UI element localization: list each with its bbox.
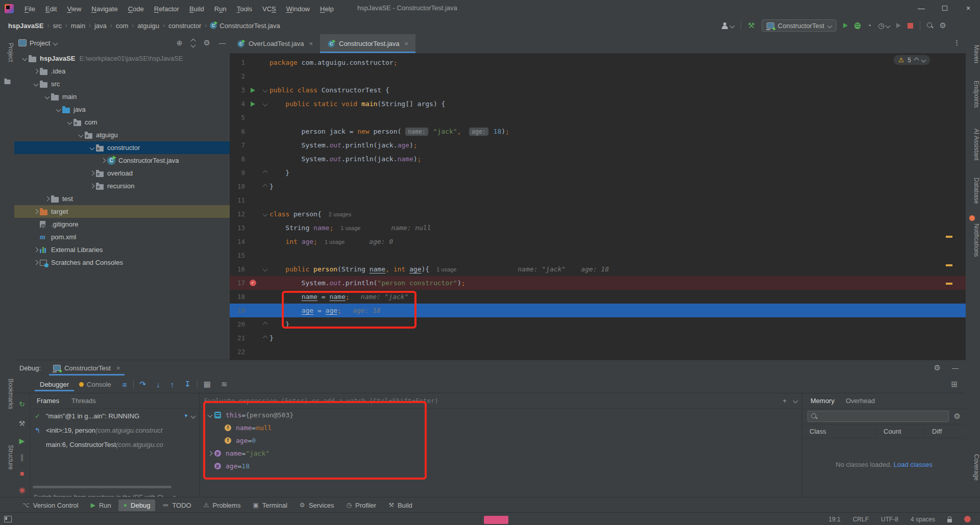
layout-settings-icon[interactable]: ⊞ — [947, 380, 962, 389]
chevron-down-icon[interactable] — [32, 82, 40, 86]
collapse-all-icon[interactable] — [191, 39, 195, 47]
code-line[interactable]: 7 System.out.println(jack.age); — [230, 138, 966, 152]
menu-build[interactable]: Build — [185, 4, 209, 14]
hide-panel-icon[interactable]: — — [219, 39, 226, 47]
chevron-down-icon[interactable] — [191, 413, 196, 418]
minimize-button[interactable]: — — [910, 0, 933, 17]
tree-item[interactable]: .idea — [14, 65, 230, 78]
add-watch-icon[interactable]: + — [782, 397, 787, 405]
resume-program-icon[interactable]: ▶ — [14, 437, 30, 445]
fold-marker-icon[interactable] — [260, 322, 270, 326]
rerun-disabled-button[interactable] — [896, 23, 901, 28]
stop-process-icon[interactable]: ■ — [14, 469, 30, 478]
close-button[interactable]: × — [957, 0, 980, 17]
debug-settings-wrench-icon[interactable]: ⚒ — [14, 419, 30, 428]
chevron-down-icon[interactable] — [43, 95, 51, 98]
fold-marker-icon[interactable] — [260, 102, 270, 106]
menu-help[interactable]: Help — [315, 4, 338, 14]
code-line[interactable]: 17✓ System.out.println("person construct… — [230, 276, 966, 290]
breadcrumb-item[interactable]: constructor — [167, 22, 202, 30]
code-line[interactable]: 4 public static void main(String[] args)… — [230, 97, 966, 111]
chevron-right-icon[interactable] — [205, 452, 214, 455]
breakpoint-icon[interactable]: ✓ — [245, 280, 260, 286]
stripe-terminal[interactable]: ▣Terminal — [248, 499, 292, 511]
maximize-button[interactable]: ☐ — [933, 0, 957, 17]
menu-vcs[interactable]: VCS — [258, 4, 281, 14]
chevron-down-icon[interactable] — [793, 398, 798, 403]
code-line[interactable]: 10} — [230, 180, 966, 193]
tree-item[interactable]: test — [14, 192, 230, 205]
rail-button-ai-assistant[interactable]: AI Assistant — [966, 129, 980, 161]
scrollbar-warning-mark[interactable] — [946, 236, 952, 238]
frame-row[interactable]: ✓"main"@1 in g...ain": RUNNING▼ — [30, 409, 199, 423]
variable-row[interactable]: fname = null — [199, 421, 802, 434]
code-line[interactable]: 5 — [230, 111, 966, 124]
breadcrumb-item[interactable]: src — [52, 22, 62, 30]
stripe-debug[interactable]: ●Debug — [118, 499, 156, 511]
debug-session-tab[interactable]: ConstructorTest × — [49, 361, 125, 376]
debug-settings-gear-icon[interactable]: ⚙ — [934, 363, 941, 372]
code-line[interactable]: 11 — [230, 193, 966, 207]
inspection-widget[interactable]: ⚠ 5 — [894, 55, 930, 65]
scrollbar-warning-mark[interactable] — [946, 283, 952, 285]
chevron-right-icon[interactable] — [32, 210, 40, 213]
breadcrumb-item[interactable]: hspJavaSE — [7, 22, 44, 30]
stripe-problems[interactable]: ⚠Problems — [199, 499, 246, 511]
tree-item[interactable]: .gitignore — [14, 218, 230, 231]
debug-button[interactable] — [854, 22, 861, 29]
tree-item[interactable]: mpom.xml — [14, 231, 230, 243]
panel-options-gear-icon[interactable]: ⚙ — [204, 38, 210, 47]
toolwindow-toggle-icon[interactable] — [4, 516, 12, 522]
stripe-version-control[interactable]: ⌥Version Control — [17, 499, 84, 511]
rerun-debug-icon[interactable]: ↻ — [14, 400, 30, 408]
evaluate-expression-icon[interactable]: ▦ — [200, 380, 215, 389]
menu-run[interactable]: Run — [210, 4, 231, 14]
breadcrumb-item[interactable]: atguigu — [136, 22, 160, 30]
code-line[interactable]: 2 — [230, 69, 966, 83]
fold-marker-icon[interactable] — [260, 88, 270, 92]
close-icon[interactable]: × — [116, 364, 120, 372]
fold-marker-icon[interactable] — [260, 267, 270, 271]
step-into-icon[interactable]: ↓ — [152, 380, 164, 389]
code-line[interactable]: 6 person jack = new person( name: "jack"… — [230, 124, 966, 138]
breadcrumb-item[interactable]: java — [93, 22, 108, 30]
tab-options-kebab-icon[interactable]: ⋮ — [953, 39, 961, 46]
next-warning-icon[interactable] — [921, 58, 926, 63]
fold-marker-icon[interactable] — [260, 212, 270, 216]
rail-button-structure[interactable]: Structure — [0, 445, 14, 470]
code-line[interactable]: 1package com.atguigu.constructor; — [230, 56, 966, 69]
tree-item[interactable]: com — [14, 116, 230, 129]
code-line[interactable]: 22 — [230, 345, 966, 359]
chevron-right-icon[interactable] — [99, 159, 107, 162]
menu-refactor[interactable]: Refactor — [150, 4, 184, 14]
search-everywhere-icon[interactable] — [927, 22, 933, 29]
code-line[interactable]: 20 } — [230, 317, 966, 331]
tree-item[interactable]: src — [14, 78, 230, 90]
tree-item[interactable]: constructor — [14, 141, 230, 154]
tab-memory[interactable]: Memory — [811, 397, 835, 405]
code-line[interactable]: 19 age = age;age: 18 — [230, 304, 966, 317]
frame-row[interactable]: main:6, ConstructorTest (com.atguigu.co — [30, 437, 199, 452]
menu-window[interactable]: Window — [282, 4, 314, 14]
tab-threads[interactable]: Threads — [71, 397, 96, 405]
rail-button-bookmarks[interactable]: Bookmarks — [0, 379, 14, 409]
chevron-right-icon[interactable] — [32, 69, 40, 73]
code-line[interactable]: 15 — [230, 248, 966, 262]
tree-item[interactable]: External Libraries — [14, 243, 230, 256]
settings-gear-icon[interactable]: ⚙ — [940, 21, 946, 30]
tree-item[interactable]: Scratches and Consoles — [14, 256, 230, 269]
tree-item[interactable]: recursion — [14, 180, 230, 192]
column-header-count[interactable]: Count — [876, 428, 924, 435]
stop-button[interactable] — [908, 23, 913, 29]
code-line[interactable]: 14 int age;1 usageage: 0 — [230, 235, 966, 248]
rail-button-coverage[interactable]: Coverage — [966, 454, 980, 481]
breadcrumb-item[interactable]: main — [70, 22, 86, 30]
chevron-down-icon[interactable] — [53, 40, 58, 45]
breadcrumb-item[interactable]: com — [115, 22, 130, 30]
fold-marker-icon[interactable] — [260, 336, 270, 340]
chevron-right-icon[interactable] — [88, 184, 96, 188]
code-line[interactable]: 3public class ConstructorTest { — [230, 83, 966, 97]
file-encoding[interactable]: UTF-8 — [881, 516, 898, 523]
tree-item[interactable]: atguigu — [14, 129, 230, 141]
rail-button-notifications[interactable]: Notifications — [966, 223, 980, 257]
